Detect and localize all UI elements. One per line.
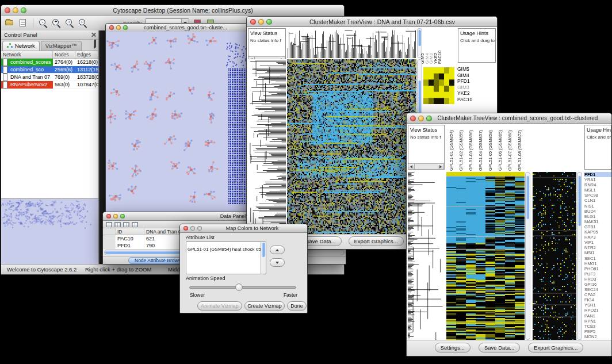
gene-label[interactable]: PAC10 bbox=[457, 97, 487, 103]
minimize-button[interactable] bbox=[113, 214, 118, 219]
speed-slider-thumb[interactable] bbox=[235, 283, 243, 291]
close-button[interactable] bbox=[106, 214, 111, 219]
global-vscrollbar[interactable] bbox=[577, 172, 582, 340]
tab-network[interactable]: Network bbox=[2, 41, 40, 51]
gene-label[interactable]: SPC98 bbox=[584, 193, 611, 198]
gene-label[interactable]: ELG1 bbox=[584, 214, 611, 219]
close-button[interactable] bbox=[250, 19, 256, 25]
gene-label[interactable]: GIM3 bbox=[457, 85, 487, 91]
tab-vizmapper[interactable]: VizMapper™ bbox=[41, 41, 82, 51]
array-column-label[interactable]: GPL51-06 (GSM865) bbox=[495, 125, 505, 171]
export-graphics-button[interactable]: Export Graphics... bbox=[349, 236, 404, 246]
create-vizmap-button[interactable]: Create Vizmap bbox=[244, 301, 285, 311]
gene-label[interactable]: HMG1 bbox=[584, 261, 611, 266]
minimize-button[interactable] bbox=[13, 7, 18, 13]
network-view-titlebar[interactable]: combined_scores_good.txt--cluste... bbox=[106, 24, 248, 32]
gene-label[interactable]: PUF3 bbox=[584, 271, 611, 277]
gene-label[interactable]: MSL1 bbox=[584, 187, 611, 193]
close-button[interactable] bbox=[410, 116, 416, 121]
gene-column-label[interactable]: PAC10 bbox=[438, 28, 442, 64]
row-dendrogram[interactable] bbox=[408, 172, 445, 340]
array-column-label[interactable]: GPL51-07 (GSM868) bbox=[505, 125, 515, 171]
array-column-label[interactable]: GPL51-04 (GSM857) bbox=[476, 125, 485, 171]
zoom-out-icon[interactable] bbox=[38, 18, 48, 28]
array-column-label[interactable]: GPL51-03 (GSM856) bbox=[466, 125, 476, 171]
select-attributes-icon[interactable] bbox=[106, 222, 112, 227]
move-up-button[interactable] bbox=[270, 246, 285, 254]
gene-column-label[interactable]: YKE2 bbox=[434, 28, 438, 64]
col-edges[interactable]: Edges bbox=[75, 51, 98, 58]
attribute-listbox[interactable]: GPL51-01 (GSM854) heat shock 05 minGPL51… bbox=[186, 242, 266, 274]
gene-label[interactable]: RPO21 bbox=[584, 308, 611, 313]
gene-label[interactable]: GTB1 bbox=[584, 224, 611, 229]
zoom-button[interactable] bbox=[120, 214, 125, 219]
scroll-right-icon[interactable] bbox=[438, 164, 444, 169]
gene-label[interactable]: PAN1 bbox=[584, 313, 611, 319]
gene-column-label[interactable]: GIM4 bbox=[425, 28, 430, 64]
import-file-icon[interactable] bbox=[18, 18, 28, 28]
minimize-button[interactable] bbox=[258, 19, 264, 25]
gene-label[interactable]: TCB3 bbox=[584, 324, 611, 329]
gene-label[interactable]: RPN1 bbox=[584, 319, 611, 324]
expression-heatmap[interactable] bbox=[446, 172, 525, 340]
array-column-label[interactable]: GPL51-01 (GSM854) bbox=[446, 125, 456, 171]
zoom-button[interactable] bbox=[123, 25, 128, 30]
open-folder-icon[interactable] bbox=[5, 18, 15, 28]
global-heatmap[interactable] bbox=[533, 172, 576, 340]
attribute-function-icon[interactable] bbox=[132, 222, 138, 227]
gene-label[interactable]: BUD4 bbox=[584, 209, 611, 214]
status-scrollbar[interactable] bbox=[408, 163, 444, 169]
animate-vizmap-button[interactable]: Animate Vizmap bbox=[197, 301, 242, 311]
gene-label[interactable]: KAP95 bbox=[584, 229, 611, 235]
close-button[interactable] bbox=[5, 7, 10, 13]
gene-label[interactable]: PFD1 bbox=[584, 172, 611, 177]
zoom-button[interactable] bbox=[21, 7, 26, 13]
gene-label[interactable]: CLN1 bbox=[584, 198, 611, 203]
gene-label[interactable]: MSI1 bbox=[584, 250, 611, 255]
treeview2-titlebar[interactable]: ClusterMaker TreeView : combined_scores_… bbox=[407, 113, 611, 124]
gene-label[interactable]: MON2 bbox=[584, 334, 611, 339]
network-row-selected[interactable]: combined_sco 2569(6) 13112(15) bbox=[1, 66, 98, 74]
gene-label[interactable]: PFD1 bbox=[457, 78, 487, 85]
gene-label[interactable]: SEC24 bbox=[584, 287, 611, 292]
array-column-label[interactable]: GPL51-05 (GSM858) bbox=[485, 125, 495, 171]
gene-label[interactable]: GIM5 bbox=[457, 66, 487, 72]
network-row[interactable]: combined_scores 2764(0) 16218(0) bbox=[1, 59, 98, 66]
zoom-fit-icon[interactable] bbox=[78, 18, 88, 28]
gene-label[interactable]: HAP3 bbox=[584, 235, 611, 240]
scrollbar-thumb[interactable] bbox=[526, 176, 529, 219]
save-data-button[interactable]: Save Data... bbox=[479, 343, 520, 352]
close-icon[interactable] bbox=[91, 32, 96, 37]
create-attribute-icon[interactable] bbox=[114, 222, 121, 227]
network-row[interactable]: RNAPuberNov2 563(0) 107847(0) bbox=[1, 81, 98, 89]
scroll-left-icon[interactable] bbox=[408, 164, 415, 169]
attribute-item[interactable]: GPL51-01 (GSM854) heat shock 05 min bbox=[186, 247, 266, 252]
gene-label[interactable]: VIP1 bbox=[584, 240, 611, 245]
close-button[interactable] bbox=[109, 25, 114, 30]
birdseye-overview[interactable] bbox=[1, 198, 98, 264]
gene-label[interactable]: YSH1 bbox=[584, 302, 611, 308]
done-button[interactable]: Done bbox=[287, 301, 307, 311]
gene-label[interactable]: CPA2 bbox=[584, 292, 611, 297]
gene-column-label[interactable]: GIM3 bbox=[429, 28, 434, 64]
heatmap-vscrollbar[interactable] bbox=[525, 172, 530, 340]
network-row[interactable]: DNA and Tran 07 769(0) 183728(0) bbox=[1, 74, 98, 81]
scrollbar-thumb[interactable] bbox=[578, 176, 581, 226]
column-dendrogram[interactable] bbox=[287, 28, 416, 58]
network-graph-canvas[interactable] bbox=[106, 32, 248, 212]
move-down-button[interactable] bbox=[270, 258, 285, 267]
gene-label[interactable]: SEC1 bbox=[584, 256, 611, 261]
gene-label[interactable]: RNR4 bbox=[584, 182, 611, 187]
col-id[interactable]: ID bbox=[116, 228, 144, 235]
main-titlebar[interactable]: Cytoscape Desktop (Session Name: collins… bbox=[1, 5, 344, 16]
array-column-label[interactable]: GPL51-08 (GSM872) bbox=[515, 125, 525, 171]
minimize-button[interactable] bbox=[418, 116, 424, 121]
gene-label[interactable]: FIG4 bbox=[584, 297, 611, 302]
export-graphics-button[interactable]: Export Graphics... bbox=[528, 343, 583, 352]
list-scrollbar[interactable] bbox=[261, 242, 266, 274]
close-button[interactable] bbox=[183, 226, 188, 231]
gene-label[interactable]: HRD3 bbox=[584, 277, 611, 282]
gene-column-label[interactable]: GIM5 bbox=[420, 28, 425, 64]
expression-heatmap[interactable] bbox=[287, 59, 416, 235]
treeview1-titlebar[interactable]: ClusterMaker TreeView : DNA and Tran 07-… bbox=[247, 17, 497, 27]
